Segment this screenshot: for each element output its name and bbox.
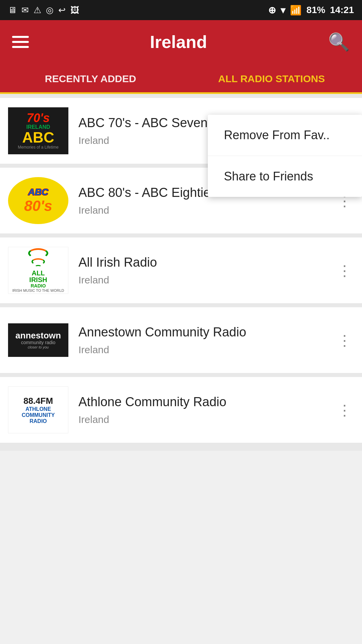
- station-logo-abc70: 70's IRELAND ABC Memories of a Lifetime: [8, 107, 68, 154]
- battery-level: 81%: [306, 5, 325, 15]
- tab-all-radio-stations[interactable]: ALL RADIO STATIONS: [181, 64, 362, 94]
- more-icon-annestown[interactable]: ⋮: [334, 328, 355, 352]
- context-menu: Remove From Fav.. Share to Friends: [208, 115, 362, 197]
- station-card-annestown[interactable]: annestown community radio closer to you …: [0, 307, 362, 373]
- station-logo-abc80: ABC 80's: [8, 177, 68, 224]
- status-bar: 🖥 ✉ ⚠ ◎ ↩ 🖼 ⊕ ▾ 📶 81% 14:21: [0, 0, 362, 20]
- station-logo-annestown: annestown community radio closer to you: [8, 317, 68, 364]
- status-icons: 🖥 ✉ ⚠ ◎ ↩ 🖼: [8, 5, 79, 15]
- add-circle-icon: ⊕: [268, 5, 276, 16]
- search-icon[interactable]: 🔍: [328, 32, 350, 52]
- email-icon: ✉: [21, 5, 29, 15]
- tab-bar: RECENTLY ADDED ALL RADIO STATIONS: [0, 64, 362, 94]
- image-icon: 🖼: [70, 5, 79, 15]
- station-card-athlone[interactable]: 88.4FM ATHLONECOMMUNITYRADIO Athlone Com…: [0, 377, 362, 443]
- station-country-abc80: Ireland: [78, 205, 354, 216]
- more-icon-athlone[interactable]: ⋮: [334, 398, 355, 422]
- alert-icon: ⚠: [34, 5, 41, 15]
- hamburger-line-2: [12, 41, 29, 43]
- signal-icon: 📶: [290, 5, 302, 16]
- station-logo-allirish: ALL IRISH RADIO IRISH MUSIC TO THE WORLD: [8, 247, 68, 294]
- station-name-athlone: Athlone Community Radio: [78, 394, 354, 410]
- station-list: 70's IRELAND ABC Memories of a Lifetime …: [0, 94, 362, 451]
- station-name-annestown: Annestown Community Radio: [78, 325, 354, 340]
- hamburger-line-1: [12, 36, 29, 38]
- share-to-friends-button[interactable]: Share to Friends: [208, 156, 362, 197]
- hdd-icon: 🖥: [8, 5, 17, 15]
- tab-recently-added[interactable]: RECENTLY ADDED: [0, 64, 181, 94]
- station-country-allirish: Ireland: [78, 274, 354, 286]
- chrome-icon: ◎: [46, 5, 54, 15]
- station-info-athlone: Athlone Community Radio Ireland: [78, 394, 354, 425]
- station-card-abc70[interactable]: 70's IRELAND ABC Memories of a Lifetime …: [0, 98, 362, 164]
- app-bar: Ireland 🔍: [0, 20, 362, 64]
- page-title: Ireland: [150, 32, 207, 52]
- station-country-annestown: Ireland: [78, 344, 354, 356]
- hamburger-line-3: [12, 46, 29, 48]
- more-icon-allirish[interactable]: ⋮: [334, 259, 355, 282]
- wifi-icon: ▾: [281, 5, 285, 16]
- station-info-annestown: Annestown Community Radio Ireland: [78, 325, 354, 356]
- station-logo-athlone: 88.4FM ATHLONECOMMUNITYRADIO: [8, 386, 68, 433]
- station-country-athlone: Ireland: [78, 414, 354, 425]
- station-name-allirish: All Irish Radio: [78, 255, 354, 270]
- remove-from-fav-button[interactable]: Remove From Fav..: [208, 115, 362, 156]
- station-card-allirish[interactable]: ALL IRISH RADIO IRISH MUSIC TO THE WORLD…: [0, 237, 362, 303]
- station-info-allirish: All Irish Radio Ireland: [78, 255, 354, 286]
- back-icon: ↩: [58, 5, 66, 15]
- hamburger-menu[interactable]: [12, 36, 29, 48]
- status-right: ⊕ ▾ 📶 81% 14:21: [268, 5, 354, 16]
- time-display: 14:21: [330, 5, 354, 15]
